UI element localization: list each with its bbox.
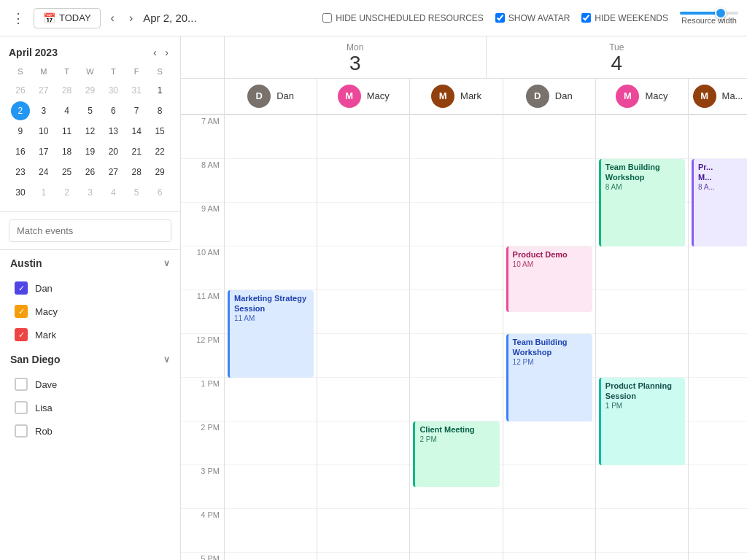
show-avatar-control[interactable]: SHOW AVATAR: [495, 13, 570, 23]
resource-item-mark[interactable]: ✓Mark: [0, 323, 180, 346]
time-slot-11am: 11 AM: [181, 290, 224, 334]
event-product-planning[interactable]: Product Planning Session 1 PM: [599, 378, 685, 465]
resource-item-dan[interactable]: ✓Dan: [0, 276, 180, 300]
event-time: 8 AM: [605, 183, 681, 191]
hide-unscheduled-control[interactable]: HIDE UNSCHEDULED RESOURCES: [322, 13, 484, 23]
mini-cal-prev[interactable]: ‹: [150, 45, 160, 60]
mini-cal-day[interactable]: 10: [34, 122, 53, 141]
mini-cal-day[interactable]: 14: [127, 122, 146, 141]
mini-cal-day[interactable]: 26: [11, 81, 30, 100]
time-slot-7am: 7 AM: [181, 115, 224, 159]
mini-cal-day[interactable]: 30: [11, 183, 30, 202]
mini-cal-day[interactable]: 17: [34, 142, 53, 161]
mini-cal-day[interactable]: 20: [104, 142, 123, 161]
event-client-meeting[interactable]: Client Meeting 2 PM: [413, 421, 499, 487]
resource-checkbox-mark[interactable]: ✓: [15, 328, 28, 341]
mini-cal-day[interactable]: 27: [104, 163, 123, 182]
avatar-dan-tue: D: [526, 85, 549, 108]
mini-cal-day[interactable]: 11: [58, 122, 77, 141]
mini-cal-day[interactable]: 29: [80, 81, 99, 100]
calendar-area[interactable]: Mon 3 Tue 4 D Dan M Macy: [181, 36, 747, 560]
group-header-san-diego[interactable]: San Diego∨: [0, 346, 180, 373]
mini-cal-day[interactable]: 24: [34, 163, 53, 182]
next-button[interactable]: ›: [125, 9, 137, 28]
mini-cal-day[interactable]: 18: [58, 142, 77, 161]
mini-cal-day[interactable]: 27: [34, 81, 53, 100]
mini-cal-day[interactable]: 8: [150, 101, 169, 120]
mini-cal-day[interactable]: 5: [80, 101, 99, 120]
mini-cal-day[interactable]: 3: [80, 183, 99, 202]
resource-item-lisa[interactable]: Lisa: [0, 396, 180, 419]
mini-cal-day[interactable]: 29: [150, 163, 169, 182]
mini-cal-day[interactable]: 25: [58, 163, 77, 182]
resource-item-dave[interactable]: Dave: [0, 373, 180, 396]
event-title: Client Meeting: [419, 424, 495, 435]
mini-cal-day[interactable]: 28: [127, 163, 146, 182]
cal-body: 7 AM 8 AM 9 AM 10 AM 11 AM 12 PM 1 PM 2 …: [181, 115, 747, 560]
event-partial-8am[interactable]: Pr... M... 8 A...: [692, 159, 747, 246]
mini-cal-day[interactable]: 6: [104, 101, 123, 120]
event-team-building-tue-dan[interactable]: Team Building Workshop 12 PM: [506, 334, 592, 421]
mini-cal-next[interactable]: ›: [162, 45, 171, 60]
mini-cal-day[interactable]: 2: [11, 101, 30, 120]
mini-cal-day[interactable]: 23: [11, 163, 30, 182]
resource-checkbox-macy[interactable]: ✓: [15, 305, 28, 318]
mini-cal-day[interactable]: 26: [80, 163, 99, 182]
mini-cal-day[interactable]: 1: [150, 81, 169, 100]
mini-cal-day[interactable]: 7: [127, 101, 146, 120]
event-team-building-tue-macy[interactable]: Team Building Workshop 8 AM: [599, 159, 685, 246]
mini-cal-day[interactable]: 2: [58, 183, 77, 202]
mini-cal-day[interactable]: 1: [34, 183, 53, 202]
mini-cal-day[interactable]: 5: [127, 183, 146, 202]
resource-checkbox-dan[interactable]: ✓: [15, 281, 28, 295]
mini-cal-day[interactable]: 15: [150, 122, 169, 141]
mini-cal-day[interactable]: 6: [150, 183, 169, 202]
hide-weekends-checkbox[interactable]: [581, 13, 591, 23]
slider-thumb[interactable]: [715, 7, 727, 19]
date-group-mon: Mon 3: [225, 36, 487, 78]
resource-col-macy-mon: M Macy: [317, 79, 410, 114]
group-header-austin[interactable]: Austin∨: [0, 250, 180, 276]
time-slot-9am: 9 AM: [181, 203, 224, 246]
mini-cal-week-row: 2627282930311: [9, 80, 171, 101]
event-marketing-strategy[interactable]: Marketing Strategy Session 11 AM: [228, 290, 314, 378]
resource-checkbox-lisa[interactable]: [15, 401, 28, 414]
mini-cal-week-row: 23242526272829: [9, 162, 171, 182]
search-input[interactable]: [9, 219, 171, 242]
hide-weekends-control[interactable]: HIDE WEEKENDS: [581, 13, 668, 23]
search-box: [0, 212, 180, 250]
resource-checkbox-dave[interactable]: [15, 378, 28, 391]
mini-cal-day[interactable]: 3: [34, 101, 53, 120]
time-gutter-header: [181, 36, 225, 78]
mini-cal-week-row: 16171819202122: [9, 141, 171, 162]
mini-cal-day[interactable]: 13: [104, 122, 123, 141]
menu-button[interactable]: ⋮: [9, 7, 28, 29]
cal-resources-row: D Dan M Macy M Mark D Dan: [181, 79, 747, 114]
hide-weekends-label: HIDE WEEKENDS: [595, 13, 668, 23]
show-avatar-checkbox[interactable]: [495, 13, 505, 23]
mini-cal-day[interactable]: 31: [127, 81, 146, 100]
mini-cal-day[interactable]: 9: [11, 122, 30, 141]
mini-cal-day[interactable]: 12: [80, 122, 99, 141]
cal-col-macy-mon: [317, 115, 410, 560]
resource-item-macy[interactable]: ✓Macy: [0, 300, 180, 323]
prev-button[interactable]: ‹: [107, 9, 119, 28]
today-button[interactable]: 📅 TODAY: [34, 8, 101, 28]
event-time: 1 PM: [605, 402, 681, 410]
mini-cal-day[interactable]: 16: [11, 142, 30, 161]
mini-cal-day[interactable]: 30: [104, 81, 123, 100]
mini-cal-day[interactable]: 21: [127, 142, 146, 161]
mini-cal-day[interactable]: 22: [150, 142, 169, 161]
resource-checkbox-rob[interactable]: [15, 424, 28, 438]
mini-cal-day[interactable]: 4: [104, 183, 123, 202]
event-product-demo[interactable]: Product Demo 10 AM: [506, 246, 592, 312]
mini-cal-day[interactable]: 4: [58, 101, 77, 120]
mini-cal-day[interactable]: 19: [80, 142, 99, 161]
mini-cal-day[interactable]: 28: [58, 81, 77, 100]
resource-width-slider-track[interactable]: [680, 12, 738, 15]
mini-cal-week-row: 2345678: [9, 101, 171, 121]
resource-item-rob[interactable]: Rob: [0, 419, 180, 443]
resource-col-dan-tue: D Dan: [503, 79, 596, 114]
hide-unscheduled-checkbox[interactable]: [322, 13, 332, 23]
resource-col-macy-tue: M Macy: [596, 79, 689, 114]
